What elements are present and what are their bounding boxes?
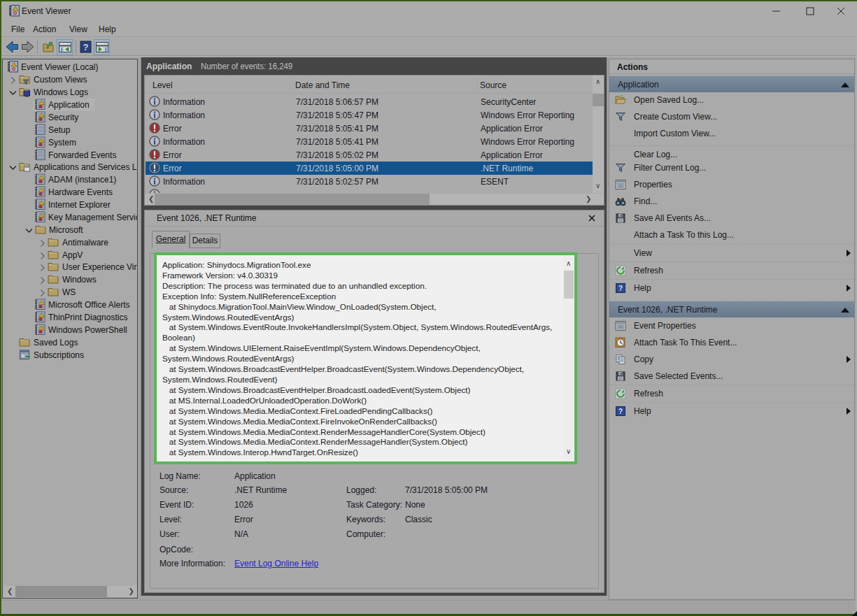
svg-text:?: ? (83, 42, 89, 52)
